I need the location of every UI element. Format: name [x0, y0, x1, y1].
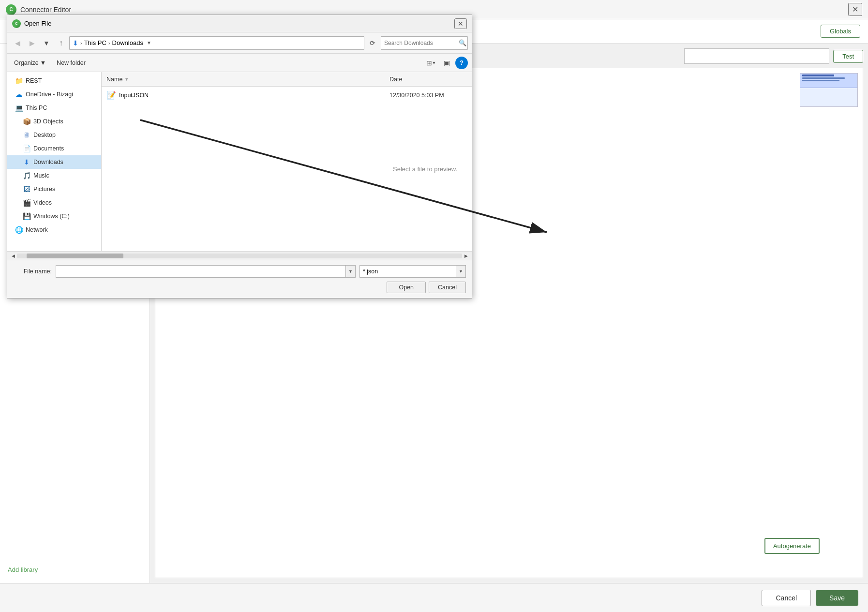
- hscroll-thumb[interactable]: [27, 254, 123, 258]
- open-file-dialog: C Open File ✕ ◀ ▶ ▼ ↑ ⬇ › This PC › Down…: [7, 15, 472, 299]
- nav-item-3d-objects[interactable]: 📦 3D Objects: [7, 115, 101, 128]
- dialog-cancel-button[interactable]: Cancel: [429, 282, 466, 293]
- nav-label-music: Music: [33, 172, 49, 179]
- dialog-hscroll: ◀ ▶: [7, 251, 472, 260]
- hscroll-right-button[interactable]: ▶: [462, 252, 470, 260]
- nav-item-network[interactable]: 🌐 Network: [7, 223, 101, 237]
- downloads-icon: ⬇: [23, 158, 30, 166]
- filetype-select[interactable]: *.json: [359, 265, 456, 278]
- address-bar: ⬇ › This PC › Downloads ▼: [69, 36, 364, 50]
- open-button[interactable]: Open: [387, 282, 426, 293]
- nav-item-onedrive[interactable]: ☁ OneDrive - Bizagi: [7, 88, 101, 101]
- drive-icon: 💾: [23, 212, 30, 220]
- dialog-bottom: File name: ▼ *.json ▼ Open Cancel: [7, 260, 472, 298]
- dialog-title-left: C Open File: [12, 19, 51, 28]
- col-header-name[interactable]: Name ▼: [102, 76, 385, 83]
- dialog-close-button[interactable]: ✕: [454, 18, 467, 29]
- file-item-inputjson[interactable]: 📝 InputJSON 12/30/2020 5:03 PM: [102, 87, 472, 104]
- address-dropdown-button[interactable]: ▼: [145, 39, 153, 47]
- nav-label-pictures: Pictures: [33, 186, 55, 193]
- search-input[interactable]: [384, 40, 457, 46]
- nav-label-documents: Documents: [33, 145, 64, 152]
- dialog-title-text: Open File: [24, 20, 51, 27]
- dialog-filelist: Name ▼ Date 📝 InputJSON: [102, 72, 472, 251]
- nav-label-rest: REST: [26, 77, 42, 84]
- col-header-date: Date: [385, 76, 472, 83]
- nav-dropdown-button[interactable]: ▼: [40, 37, 53, 49]
- dialog-logo: C: [12, 19, 21, 28]
- view-arrow-icon: ▼: [432, 60, 436, 65]
- nav-item-desktop[interactable]: 🖥 Desktop: [7, 128, 101, 142]
- filelist-body: 📝 InputJSON 12/30/2020 5:03 PM Select a …: [102, 87, 472, 251]
- address-this-pc[interactable]: This PC: [84, 39, 106, 46]
- actionbar-right: ⊞ ▼ ▣ ?: [424, 57, 468, 69]
- nav-item-downloads[interactable]: ⬇ Downloads: [7, 155, 101, 169]
- help-button[interactable]: ?: [455, 57, 468, 69]
- dialog-actionbar: Organize ▼ New folder ⊞ ▼ ▣ ?: [7, 54, 472, 72]
- nav-item-videos[interactable]: 🎬 Videos: [7, 196, 101, 209]
- test-button[interactable]: Test: [833, 50, 863, 63]
- filelist-header: Name ▼ Date: [102, 72, 472, 87]
- path-separator-1: ›: [80, 40, 82, 46]
- filename-input[interactable]: [56, 265, 346, 278]
- nav-label-desktop: Desktop: [33, 132, 56, 138]
- dialog-bottom-row2: Open Cancel: [13, 282, 466, 293]
- file-cell-name: 📝 InputJSON: [102, 90, 385, 100]
- nav-label-downloads: Downloads: [33, 159, 63, 165]
- network-icon: 🌐: [15, 226, 23, 234]
- sort-arrow-icon: ▼: [124, 77, 129, 82]
- view-mode-button[interactable]: ⊞ ▼: [424, 57, 438, 69]
- organize-button[interactable]: Organize ▼: [11, 58, 49, 68]
- search-icon: 🔍: [459, 39, 466, 46]
- footer-save-button[interactable]: Save: [816, 590, 858, 606]
- title-bar-left: C Connector Editor: [6, 4, 71, 15]
- footer-cancel-button[interactable]: Cancel: [762, 590, 811, 606]
- filetype-select-wrap: *.json ▼: [359, 265, 466, 278]
- organize-label: Organize: [14, 60, 39, 66]
- nav-item-pictures[interactable]: 🖼 Pictures: [7, 182, 101, 196]
- nav-up-button[interactable]: ↑: [55, 37, 67, 49]
- nav-label-videos: Videos: [33, 199, 52, 206]
- footer-bar: Cancel Save: [0, 583, 868, 612]
- refresh-button[interactable]: ⟳: [366, 37, 379, 49]
- preview-pane-button[interactable]: ▣: [440, 57, 453, 69]
- dialog-bottom-row1: File name: ▼ *.json ▼: [13, 265, 466, 278]
- file-cell-date-inputjson: 12/30/2020 5:03 PM: [385, 92, 472, 99]
- autogenerate-button[interactable]: Autogenerate: [764, 538, 820, 554]
- app-logo: C: [6, 4, 16, 15]
- nav-label-this-pc: This PC: [26, 104, 47, 111]
- desktop-icon: 🖥: [23, 131, 30, 139]
- nav-label-onedrive: OneDrive - Bizagi: [26, 91, 73, 98]
- test-input[interactable]: [684, 48, 829, 64]
- sidebar-bottom: Add library: [0, 561, 150, 578]
- nav-label-3d-objects: 3D Objects: [33, 118, 63, 125]
- filetype-dropdown-button[interactable]: ▼: [456, 265, 466, 278]
- nav-back-button[interactable]: ◀: [11, 37, 24, 49]
- nav-forward-button[interactable]: ▶: [26, 37, 38, 49]
- app-window: C Connector Editor ✕ Globals Add library: [0, 0, 868, 612]
- dialog-toolbar: ◀ ▶ ▼ ↑ ⬇ › This PC › Downloads ▼ ⟳ 🔍: [7, 32, 472, 54]
- dialog-nav: 📁 REST ☁ OneDrive - Bizagi 💻 This PC 📦 3…: [7, 72, 102, 251]
- nav-item-this-pc[interactable]: 💻 This PC: [7, 101, 101, 115]
- nav-item-documents[interactable]: 📄 Documents: [7, 142, 101, 155]
- hscroll-left-button[interactable]: ◀: [9, 252, 17, 260]
- add-library-link[interactable]: Add library: [8, 566, 38, 573]
- folder-icon-rest: 📁: [15, 77, 23, 85]
- videos-icon: 🎬: [23, 199, 30, 207]
- new-folder-button[interactable]: New folder: [53, 58, 90, 68]
- filename-dropdown-button[interactable]: ▼: [346, 265, 356, 278]
- file-icon-inputjson: 📝: [106, 90, 116, 100]
- address-current[interactable]: Downloads: [112, 39, 143, 46]
- globals-button[interactable]: Globals: [821, 25, 860, 38]
- dialog-body: 📁 REST ☁ OneDrive - Bizagi 💻 This PC 📦 3…: [7, 72, 472, 251]
- pictures-icon: 🖼: [23, 185, 30, 193]
- nav-item-rest[interactable]: 📁 REST: [7, 74, 101, 88]
- nav-item-music[interactable]: 🎵 Music: [7, 169, 101, 182]
- nav-item-windows-c[interactable]: 💾 Windows (C:): [7, 209, 101, 223]
- app-close-button[interactable]: ✕: [848, 3, 862, 16]
- folder-icon-3d: 📦: [23, 118, 30, 125]
- pc-icon: 💻: [15, 104, 23, 112]
- view-grid-icon: ⊞: [426, 59, 432, 67]
- music-icon: 🎵: [23, 172, 30, 179]
- preview-thumbnail: [800, 73, 858, 107]
